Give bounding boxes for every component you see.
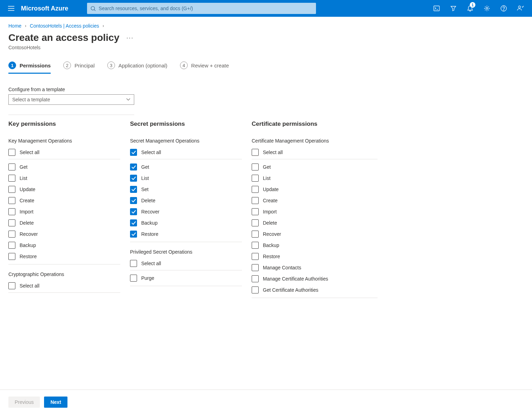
permission-checkbox[interactable]	[252, 175, 259, 182]
permission-checkbox[interactable]	[252, 264, 259, 271]
permission-checkbox[interactable]	[130, 186, 137, 193]
permission-checkbox[interactable]	[252, 286, 259, 293]
permission-checkbox[interactable]	[252, 197, 259, 204]
next-button[interactable]: Next	[44, 397, 67, 408]
select-all-checkbox[interactable]	[8, 282, 15, 289]
permission-checkbox[interactable]	[252, 275, 259, 282]
permission-checkbox[interactable]	[252, 186, 259, 193]
breadcrumb-resource[interactable]: ContosoHotels | Access policies	[30, 23, 99, 29]
template-select[interactable]: Select a template	[8, 94, 134, 105]
permission-row: Manage Contacts	[252, 262, 378, 273]
permission-label: Update	[20, 187, 35, 192]
tab-permissions[interactable]: 1 Permissions	[8, 59, 51, 73]
permission-checkbox[interactable]	[252, 231, 259, 238]
permission-checkbox[interactable]	[8, 253, 15, 260]
permission-label: Restore	[20, 254, 37, 259]
permission-label: Purge	[141, 275, 154, 281]
breadcrumb-home[interactable]: Home	[8, 23, 21, 29]
permission-checkbox[interactable]	[8, 197, 15, 204]
permission-label: Import	[20, 209, 34, 215]
permission-checkbox[interactable]	[8, 164, 15, 170]
permission-row: Create	[252, 195, 378, 206]
permission-checkbox[interactable]	[8, 219, 15, 226]
permission-checkbox[interactable]	[130, 231, 137, 238]
permission-checkbox[interactable]	[252, 219, 259, 226]
more-menu-button[interactable]: ···	[127, 34, 134, 42]
permission-row: Delete	[8, 217, 120, 228]
permission-checkbox[interactable]	[130, 219, 137, 226]
wizard-tabs: 1 Permissions 2 Principal 3 Application …	[0, 59, 532, 73]
select-all-label: Select all	[141, 261, 161, 266]
select-all-checkbox[interactable]	[130, 149, 137, 156]
permission-label: Manage Certificate Authorities	[263, 276, 328, 282]
permission-row: Delete	[130, 195, 242, 206]
help-button[interactable]	[496, 0, 511, 17]
brand-label[interactable]: Microsoft Azure	[20, 5, 73, 12]
permission-checkbox[interactable]	[130, 164, 137, 170]
settings-button[interactable]	[480, 0, 494, 17]
cloud-shell-icon	[433, 6, 440, 11]
permission-label: Recover	[141, 209, 159, 215]
permission-label: Backup	[20, 242, 36, 248]
permission-label: Create	[263, 198, 278, 203]
tab-review[interactable]: 4 Review + create	[180, 59, 229, 73]
tab-principal[interactable]: 2 Principal	[63, 59, 95, 73]
permission-checkbox[interactable]	[8, 231, 15, 238]
select-all-label: Select all	[141, 150, 161, 155]
permission-checkbox[interactable]	[8, 175, 15, 182]
permission-checkbox[interactable]	[252, 164, 259, 170]
svg-line-4	[94, 9, 96, 11]
select-all-checkbox[interactable]	[252, 149, 259, 156]
permission-row: Set	[130, 184, 242, 195]
group-title: Certificate Management Operations	[252, 138, 378, 144]
search-box[interactable]	[87, 3, 316, 14]
tab-number: 1	[8, 61, 16, 69]
group-title: Secret Management Operations	[130, 138, 242, 144]
notifications-button[interactable]: 1	[463, 0, 477, 17]
help-icon	[501, 5, 507, 12]
select-all-label: Select all	[20, 283, 39, 289]
wizard-footer: Previous Next	[0, 390, 532, 414]
permission-checkbox[interactable]	[130, 208, 137, 215]
select-all-checkbox[interactable]	[8, 149, 15, 156]
permission-checkbox[interactable]	[252, 242, 259, 249]
permission-checkbox[interactable]	[130, 275, 137, 282]
breadcrumb: Home › ContosoHotels | Access policies ›	[0, 17, 532, 31]
cloud-shell-button[interactable]	[429, 0, 444, 17]
notification-badge: 1	[470, 2, 475, 8]
permission-list: Get List Update Create Import Delete Rec…	[8, 161, 120, 264]
search-input[interactable]	[99, 6, 312, 11]
permission-checkbox[interactable]	[8, 208, 15, 215]
chevron-down-icon	[126, 98, 130, 101]
previous-button[interactable]: Previous	[8, 397, 40, 408]
permissions-columns: Key permissions Key Management Operation…	[8, 121, 524, 299]
permission-row: List	[252, 173, 378, 184]
permission-row: List	[130, 173, 242, 184]
permission-label: Backup	[141, 220, 158, 226]
permission-checkbox[interactable]	[252, 208, 259, 215]
permission-checkbox[interactable]	[252, 253, 259, 260]
search-icon	[91, 6, 96, 11]
template-label: Configure from a template	[8, 87, 524, 92]
permission-row: Import	[252, 206, 378, 217]
tab-application[interactable]: 3 Application (optional)	[107, 59, 167, 73]
directories-button[interactable]	[446, 0, 461, 17]
permission-group: Privileged Secret Operations Select all …	[130, 249, 242, 286]
permission-checkbox[interactable]	[8, 186, 15, 193]
menu-button[interactable]	[3, 0, 20, 17]
permission-checkbox[interactable]	[130, 175, 137, 182]
permission-row: Manage Certificate Authorities	[252, 273, 378, 284]
permission-list: Purge	[130, 273, 242, 286]
group-title: Key Management Operations	[8, 138, 120, 144]
gear-icon	[484, 5, 490, 12]
template-select-value: Select a template	[12, 97, 50, 102]
permission-row: Get	[8, 161, 120, 173]
select-all-checkbox[interactable]	[130, 260, 137, 267]
certificate-permissions-column: Certificate permissions Certificate Mana…	[252, 121, 378, 299]
svg-point-9	[503, 10, 504, 10]
secret-permissions-column: Secret permissions Secret Management Ope…	[130, 121, 242, 299]
permission-checkbox[interactable]	[8, 242, 15, 249]
permission-checkbox[interactable]	[130, 197, 137, 204]
permission-label: List	[20, 175, 27, 181]
feedback-button[interactable]	[513, 0, 528, 17]
